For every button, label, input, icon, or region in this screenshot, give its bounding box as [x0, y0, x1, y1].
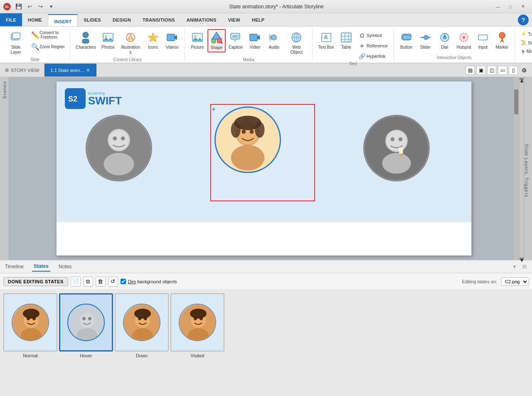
slide-canvas-area[interactable]: S2 eLearning SWIFT [9, 77, 519, 260]
state-visited-thumb[interactable] [170, 293, 224, 351]
tab-animations[interactable]: ANIMATIONS [181, 13, 222, 26]
convert-freeform-btn[interactable]: ✏️ Convert toFreeform [29, 29, 66, 41]
states-panel: Normal Hover [0, 290, 532, 396]
tab-insert[interactable]: INSERT [48, 14, 78, 26]
duplicate-state-btn[interactable]: ⧉ [83, 277, 93, 287]
zoom-region-btn[interactable]: 🔍 Zoom Region [29, 42, 66, 52]
help-icon[interactable]: ? [518, 15, 529, 25]
state-normal-thumb[interactable] [3, 293, 57, 351]
slide-view-btn[interactable]: ▣ [476, 66, 485, 75]
slide-canvas: S2 eLearning SWIFT [56, 81, 472, 256]
caption-btn[interactable]: ABC Caption [227, 29, 245, 52]
video-btn[interactable]: Video [246, 29, 264, 52]
button-btn[interactable]: BTN Button [397, 29, 416, 52]
new-state-btn[interactable]: 📄 [71, 277, 81, 287]
input-icon [476, 31, 490, 44]
trigger-btn[interactable]: ⚡ Trigger [518, 30, 532, 38]
input-label: Input [478, 45, 488, 50]
down-state-label: Down [136, 353, 148, 358]
tab-file[interactable]: FILE [0, 13, 22, 26]
close-btn[interactable]: ✕ [517, 2, 529, 11]
scrollbar-thumb[interactable] [514, 89, 518, 114]
slide-layer-btn[interactable]: Slide Layer [3, 29, 28, 57]
tab-view[interactable]: VIEW [222, 13, 246, 26]
slide-settings-btn[interactable]: ⚙ [520, 66, 529, 75]
save-quick-btn[interactable]: 💾 [14, 2, 23, 11]
table-btn[interactable]: Table [337, 29, 355, 52]
story-view-tab[interactable]: ⊞ STORY VIEW [0, 64, 44, 77]
state-down-thumb[interactable] [115, 293, 169, 351]
slide-tab-close[interactable]: ✕ [86, 67, 90, 73]
timeline-tab[interactable]: Timeline [3, 262, 25, 271]
state-hover[interactable]: Hover [59, 293, 113, 393]
hyperlink-btn[interactable]: 🔗 Hyperlink [356, 52, 390, 61]
states-tab[interactable]: States [32, 262, 50, 272]
dim-checkbox[interactable] [121, 279, 126, 284]
svg-point-54 [121, 136, 125, 141]
marker-btn[interactable]: Marker [493, 29, 511, 52]
reset-state-btn[interactable]: ↺ [108, 277, 118, 287]
characters-btn[interactable]: Characters [74, 29, 98, 52]
reading-view-btn[interactable]: ◫ [487, 66, 496, 75]
picture-btn[interactable]: Picture [188, 29, 207, 52]
svg-point-69 [382, 153, 411, 174]
state-down[interactable]: Down [115, 293, 169, 393]
tab-collapse-btn[interactable]: ▾ [510, 262, 519, 271]
visited-state-label: Visited [191, 353, 204, 358]
videos-icon [165, 31, 179, 44]
normal-view-btn[interactable]: ▤ [466, 66, 475, 75]
mobile-view-btn[interactable]: ▯ [509, 66, 518, 75]
tab-expand-btn[interactable]: ⊟ [520, 262, 529, 271]
photo-right[interactable] [363, 115, 430, 181]
editing-states-dropdown[interactable]: C2.png [501, 277, 529, 286]
photo-middle[interactable] [214, 106, 281, 173]
tab-help[interactable]: HELP [246, 13, 271, 26]
delete-state-btn[interactable]: 🗑 [96, 277, 106, 287]
slide-tab-active[interactable]: 1.1 State anim... ✕ [44, 64, 96, 77]
state-visited[interactable]: Visited [170, 293, 224, 393]
content-library-label: Content Library [113, 57, 141, 62]
photo-left[interactable] [86, 115, 152, 181]
done-editing-states-btn[interactable]: DONE EDITING STATES [3, 277, 68, 286]
scroll-arrow-up[interactable]: ▲ [520, 78, 524, 80]
illustrations-btn[interactable]: Illustrations [118, 29, 143, 57]
state-hover-thumb[interactable] [59, 293, 113, 351]
tab-slides[interactable]: SLIDES [78, 13, 107, 26]
videos-btn[interactable]: Videos [163, 29, 181, 52]
dial-btn[interactable]: Dial [436, 29, 454, 52]
mouse-btn[interactable]: 🖱 Mouse ▾ [518, 47, 532, 55]
crosshair-indicator: + [212, 106, 215, 112]
audio-btn[interactable]: Audio [265, 29, 283, 52]
slide-view-controls: ▤ ▣ ◫ ▭ ▯ ⚙ [466, 64, 532, 77]
tablet-view-btn[interactable]: ▭ [498, 66, 507, 75]
photos-btn[interactable]: Photos [99, 29, 117, 52]
slide-canvas-scrollbar[interactable] [514, 77, 519, 260]
web-object-btn[interactable]: Web Object [284, 29, 309, 57]
input-btn[interactable]: Input [474, 29, 492, 52]
icons-btn[interactable]: Icons [144, 29, 162, 52]
shape-btn[interactable]: Shape [207, 29, 226, 52]
svg-point-60 [231, 145, 265, 171]
symbol-btn[interactable]: Ω Symbol [356, 31, 390, 40]
notes-tab[interactable]: Notes [57, 262, 73, 271]
scrolling-panel-btn[interactable]: 📜 Scrolling Panel [518, 39, 532, 47]
minimize-btn[interactable]: — [492, 2, 504, 11]
reference-btn[interactable]: ≡ Reference [356, 41, 390, 50]
slider-btn[interactable]: Slider [416, 29, 435, 52]
hover-state-label: Hover [80, 353, 92, 358]
maximize-btn[interactable]: □ [505, 2, 516, 11]
undo-btn[interactable]: ↩ [25, 2, 34, 11]
text-box-btn[interactable]: A Text Box [316, 29, 336, 52]
state-normal[interactable]: Normal [3, 293, 57, 393]
tab-design[interactable]: DESIGN [107, 13, 137, 26]
hotspot-btn[interactable]: Hotspot [455, 29, 473, 52]
tab-home[interactable]: HOME [22, 13, 48, 26]
redo-btn[interactable]: ↪ [36, 2, 45, 11]
tab-transitions[interactable]: TRANSITIONS [137, 13, 181, 26]
quick-access-dropdown[interactable]: ▾ [47, 2, 56, 11]
svg-marker-9 [175, 35, 177, 40]
hotspot-label: Hotspot [457, 45, 471, 50]
scroll-arrow-down[interactable]: ▼ [520, 257, 524, 260]
main-right-scroll[interactable]: ▲ ▼ [519, 77, 524, 260]
down-thumb-image [124, 304, 160, 341]
